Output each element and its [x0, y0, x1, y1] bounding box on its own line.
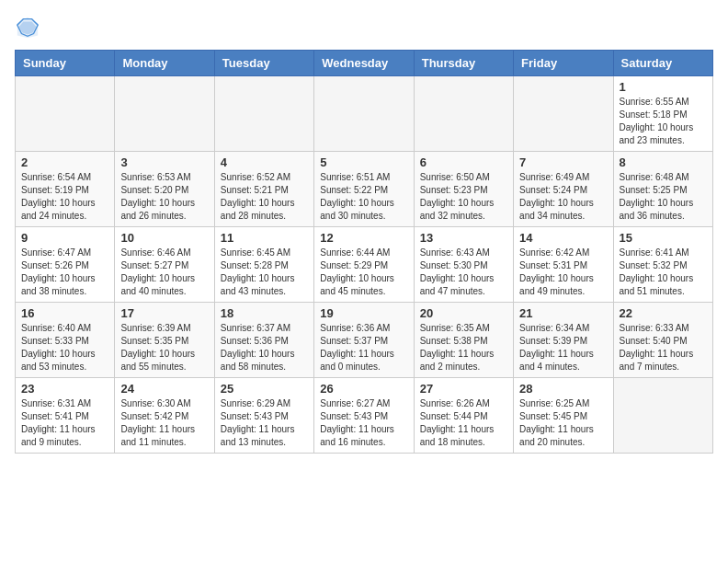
- calendar-cell: [514, 76, 613, 152]
- week-row-0: 1Sunrise: 6:55 AM Sunset: 5:18 PM Daylig…: [16, 76, 713, 152]
- calendar-cell: 13Sunrise: 6:43 AM Sunset: 5:30 PM Dayli…: [414, 227, 513, 303]
- day-info: Sunrise: 6:52 AM Sunset: 5:21 PM Dayligh…: [221, 171, 308, 223]
- calendar-cell: [613, 378, 712, 454]
- calendar-cell: 16Sunrise: 6:40 AM Sunset: 5:33 PM Dayli…: [16, 303, 115, 378]
- calendar-cell: 8Sunrise: 6:48 AM Sunset: 5:25 PM Daylig…: [613, 152, 712, 227]
- day-number: 27: [420, 382, 507, 396]
- calendar-cell: 4Sunrise: 6:52 AM Sunset: 5:21 PM Daylig…: [214, 152, 313, 227]
- day-info: Sunrise: 6:42 AM Sunset: 5:31 PM Dayligh…: [519, 247, 607, 298]
- day-number: 12: [320, 231, 407, 245]
- calendar-cell: [16, 76, 115, 152]
- calendar-cell: 23Sunrise: 6:31 AM Sunset: 5:41 PM Dayli…: [16, 378, 115, 454]
- calendar-cell: 3Sunrise: 6:53 AM Sunset: 5:20 PM Daylig…: [115, 152, 214, 227]
- logo: [15, 15, 44, 40]
- day-info: Sunrise: 6:40 AM Sunset: 5:33 PM Dayligh…: [21, 322, 108, 373]
- day-info: Sunrise: 6:45 AM Sunset: 5:28 PM Dayligh…: [221, 247, 308, 298]
- calendar-cell: [314, 76, 414, 152]
- day-number: 19: [320, 306, 407, 320]
- header-tuesday: Tuesday: [214, 51, 313, 76]
- day-number: 21: [519, 306, 607, 320]
- day-number: 26: [320, 382, 407, 396]
- day-info: Sunrise: 6:43 AM Sunset: 5:30 PM Dayligh…: [420, 247, 507, 298]
- day-info: Sunrise: 6:35 AM Sunset: 5:38 PM Dayligh…: [420, 322, 507, 373]
- calendar-cell: 12Sunrise: 6:44 AM Sunset: 5:29 PM Dayli…: [314, 227, 414, 303]
- day-number: 28: [519, 382, 607, 396]
- day-info: Sunrise: 6:29 AM Sunset: 5:43 PM Dayligh…: [221, 397, 308, 449]
- day-info: Sunrise: 6:31 AM Sunset: 5:41 PM Dayligh…: [21, 397, 108, 449]
- day-info: Sunrise: 6:53 AM Sunset: 5:20 PM Dayligh…: [120, 171, 208, 223]
- calendar-header-row: SundayMondayTuesdayWednesdayThursdayFrid…: [16, 51, 713, 76]
- day-number: 18: [221, 306, 308, 320]
- header: [15, 15, 713, 40]
- header-saturday: Saturday: [613, 51, 712, 76]
- calendar-cell: 18Sunrise: 6:37 AM Sunset: 5:36 PM Dayli…: [214, 303, 313, 378]
- day-number: 1: [620, 80, 707, 94]
- day-number: 25: [221, 382, 308, 396]
- day-number: 14: [519, 231, 607, 245]
- day-number: 13: [420, 231, 507, 245]
- calendar-cell: 10Sunrise: 6:46 AM Sunset: 5:27 PM Dayli…: [115, 227, 214, 303]
- day-info: Sunrise: 6:54 AM Sunset: 5:19 PM Dayligh…: [21, 171, 108, 223]
- day-info: Sunrise: 6:44 AM Sunset: 5:29 PM Dayligh…: [320, 247, 407, 298]
- day-info: Sunrise: 6:46 AM Sunset: 5:27 PM Dayligh…: [120, 247, 208, 298]
- day-info: Sunrise: 6:30 AM Sunset: 5:42 PM Dayligh…: [120, 397, 208, 449]
- day-info: Sunrise: 6:39 AM Sunset: 5:35 PM Dayligh…: [120, 322, 208, 373]
- calendar-cell: 24Sunrise: 6:30 AM Sunset: 5:42 PM Dayli…: [115, 378, 214, 454]
- calendar-cell: 17Sunrise: 6:39 AM Sunset: 5:35 PM Dayli…: [115, 303, 214, 378]
- week-row-4: 23Sunrise: 6:31 AM Sunset: 5:41 PM Dayli…: [16, 378, 713, 454]
- day-number: 5: [320, 155, 407, 169]
- day-info: Sunrise: 6:25 AM Sunset: 5:45 PM Dayligh…: [519, 397, 607, 449]
- week-row-1: 2Sunrise: 6:54 AM Sunset: 5:19 PM Daylig…: [16, 152, 713, 227]
- day-info: Sunrise: 6:26 AM Sunset: 5:44 PM Dayligh…: [420, 397, 507, 449]
- day-info: Sunrise: 6:33 AM Sunset: 5:40 PM Dayligh…: [620, 322, 707, 373]
- calendar-cell: 2Sunrise: 6:54 AM Sunset: 5:19 PM Daylig…: [16, 152, 115, 227]
- day-number: 22: [620, 306, 707, 320]
- logo-icon: [15, 15, 40, 40]
- day-number: 3: [120, 155, 208, 169]
- calendar-cell: 22Sunrise: 6:33 AM Sunset: 5:40 PM Dayli…: [613, 303, 712, 378]
- calendar-cell: 11Sunrise: 6:45 AM Sunset: 5:28 PM Dayli…: [214, 227, 313, 303]
- calendar-cell: 15Sunrise: 6:41 AM Sunset: 5:32 PM Dayli…: [613, 227, 712, 303]
- calendar-cell: [214, 76, 313, 152]
- calendar-cell: 1Sunrise: 6:55 AM Sunset: 5:18 PM Daylig…: [613, 76, 712, 152]
- calendar-cell: 6Sunrise: 6:50 AM Sunset: 5:23 PM Daylig…: [414, 152, 513, 227]
- day-info: Sunrise: 6:41 AM Sunset: 5:32 PM Dayligh…: [620, 247, 707, 298]
- day-number: 4: [221, 155, 308, 169]
- calendar-cell: 19Sunrise: 6:36 AM Sunset: 5:37 PM Dayli…: [314, 303, 414, 378]
- header-sunday: Sunday: [16, 51, 115, 76]
- header-friday: Friday: [514, 51, 613, 76]
- day-info: Sunrise: 6:55 AM Sunset: 5:18 PM Dayligh…: [620, 96, 707, 147]
- day-number: 6: [420, 155, 507, 169]
- calendar-cell: [414, 76, 513, 152]
- day-info: Sunrise: 6:36 AM Sunset: 5:37 PM Dayligh…: [320, 322, 407, 373]
- day-info: Sunrise: 6:37 AM Sunset: 5:36 PM Dayligh…: [221, 322, 308, 373]
- day-number: 10: [120, 231, 208, 245]
- calendar-table: SundayMondayTuesdayWednesdayThursdayFrid…: [15, 50, 713, 454]
- week-row-3: 16Sunrise: 6:40 AM Sunset: 5:33 PM Dayli…: [16, 303, 713, 378]
- day-number: 2: [21, 155, 108, 169]
- day-info: Sunrise: 6:49 AM Sunset: 5:24 PM Dayligh…: [519, 171, 607, 223]
- day-number: 20: [420, 306, 507, 320]
- calendar-cell: 14Sunrise: 6:42 AM Sunset: 5:31 PM Dayli…: [514, 227, 613, 303]
- week-row-2: 9Sunrise: 6:47 AM Sunset: 5:26 PM Daylig…: [16, 227, 713, 303]
- calendar-cell: 28Sunrise: 6:25 AM Sunset: 5:45 PM Dayli…: [514, 378, 613, 454]
- calendar-cell: 5Sunrise: 6:51 AM Sunset: 5:22 PM Daylig…: [314, 152, 414, 227]
- calendar-cell: 25Sunrise: 6:29 AM Sunset: 5:43 PM Dayli…: [214, 378, 313, 454]
- day-info: Sunrise: 6:47 AM Sunset: 5:26 PM Dayligh…: [21, 247, 108, 298]
- day-number: 9: [21, 231, 108, 245]
- day-number: 16: [21, 306, 108, 320]
- day-info: Sunrise: 6:34 AM Sunset: 5:39 PM Dayligh…: [519, 322, 607, 373]
- calendar-cell: 26Sunrise: 6:27 AM Sunset: 5:43 PM Dayli…: [314, 378, 414, 454]
- header-monday: Monday: [115, 51, 214, 76]
- calendar-cell: 21Sunrise: 6:34 AM Sunset: 5:39 PM Dayli…: [514, 303, 613, 378]
- day-number: 11: [221, 231, 308, 245]
- day-info: Sunrise: 6:48 AM Sunset: 5:25 PM Dayligh…: [620, 171, 707, 223]
- header-wednesday: Wednesday: [314, 51, 414, 76]
- day-number: 8: [620, 155, 707, 169]
- day-info: Sunrise: 6:50 AM Sunset: 5:23 PM Dayligh…: [420, 171, 507, 223]
- day-number: 17: [120, 306, 208, 320]
- day-number: 7: [519, 155, 607, 169]
- day-info: Sunrise: 6:51 AM Sunset: 5:22 PM Dayligh…: [320, 171, 407, 223]
- calendar-cell: [115, 76, 214, 152]
- day-number: 15: [620, 231, 707, 245]
